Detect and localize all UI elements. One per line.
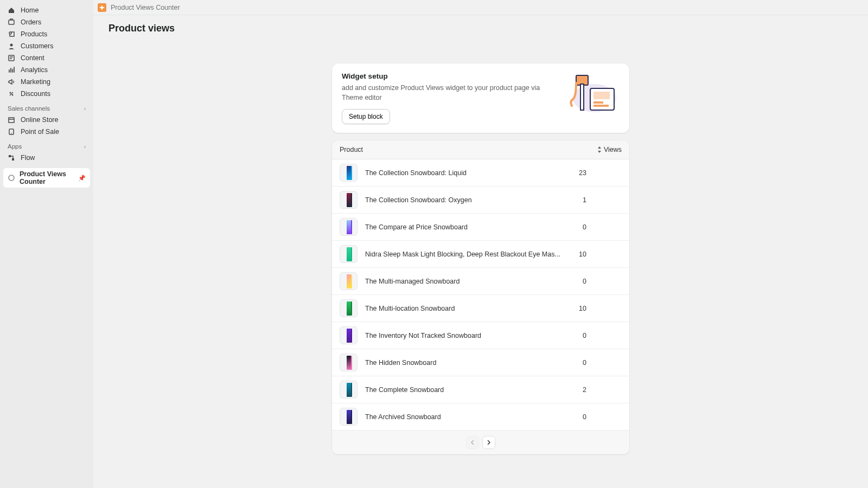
product-views-count: 0 [571, 359, 586, 367]
svg-rect-14 [593, 101, 603, 104]
sidebar-item-discounts[interactable]: Discounts [3, 88, 90, 100]
pin-icon[interactable]: 📌 [78, 175, 86, 182]
app-name: Product Views Counter [111, 4, 180, 11]
customers-icon [8, 42, 15, 50]
table-row[interactable]: The Collection Snowboard: Oxygen 1 [332, 187, 629, 214]
sidebar-item-orders[interactable]: Orders [3, 16, 90, 28]
svg-rect-15 [593, 105, 609, 107]
svg-rect-18 [580, 84, 584, 110]
svg-point-11 [9, 175, 14, 181]
product-views-count: 2 [571, 386, 586, 394]
sidebar-item-home[interactable]: Home [3, 4, 90, 16]
marketing-icon [8, 78, 15, 86]
flow-icon [8, 154, 15, 162]
pagination [332, 430, 629, 454]
widget-setup-card: Widget setup add and customize Product V… [332, 63, 629, 133]
apps-section[interactable]: Apps › [3, 138, 90, 152]
table-row[interactable]: The Inventory Not Tracked Snowboard 0 [332, 322, 629, 349]
app-icon [8, 174, 15, 182]
sidebar-item-label: Customers [21, 42, 53, 50]
prev-page-button [466, 436, 479, 449]
chevron-right-icon: › [84, 106, 86, 112]
chevron-right-icon [486, 440, 492, 445]
table-row[interactable]: The Multi-managed Snowboard 0 [332, 268, 629, 295]
svg-point-4 [10, 92, 11, 94]
svg-rect-16 [593, 92, 610, 99]
sort-icon [597, 146, 602, 153]
sidebar-item-flow[interactable]: Flow [3, 152, 90, 164]
product-name: The Hidden Snowboard [365, 359, 571, 367]
discounts-icon [8, 90, 15, 98]
table-row[interactable]: The Hidden Snowboard 0 [332, 349, 629, 376]
orders-icon [8, 18, 15, 26]
sidebar-item-point-of-sale[interactable]: Point of Sale [3, 126, 90, 138]
sales-channels-section[interactable]: Sales channels › [3, 100, 90, 114]
setup-block-button[interactable]: Setup block [342, 109, 390, 124]
svg-rect-6 [9, 119, 14, 123]
product-thumbnail [340, 245, 358, 263]
app-logo-icon [98, 3, 106, 12]
next-page-button[interactable] [482, 436, 495, 449]
sidebar-item-label: Home [21, 7, 39, 14]
sidebar-item-label: Point of Sale [21, 128, 59, 136]
product-thumbnail [340, 218, 358, 236]
product-thumbnail [340, 191, 358, 209]
svg-rect-3 [9, 55, 14, 61]
product-views-count: 0 [571, 223, 586, 231]
sidebar-item-label: Analytics [21, 66, 48, 74]
sidebar-item-content[interactable]: Content [3, 52, 90, 64]
svg-rect-9 [9, 155, 11, 157]
product-views-table: Product Views The Collection Snowboard: … [332, 140, 629, 454]
sidebar-item-label: Content [21, 54, 44, 62]
chevron-right-icon: › [84, 144, 86, 150]
sidebar-item-label: Discounts [21, 90, 50, 98]
product-views-count: 1 [571, 196, 586, 204]
product-name: The Compare at Price Snowboard [365, 223, 571, 231]
table-header-views[interactable]: Views [597, 146, 622, 153]
svg-rect-0 [9, 20, 14, 24]
product-name: The Multi-managed Snowboard [365, 278, 571, 285]
product-thumbnail [340, 381, 358, 399]
product-thumbnail [340, 408, 358, 426]
table-row[interactable]: The Compare at Price Snowboard 0 [332, 214, 629, 241]
sidebar-item-products[interactable]: Products [3, 28, 90, 40]
table-row[interactable]: The Archived Snowboard 0 [332, 403, 629, 430]
sidebar-item-label: Online Store [21, 116, 58, 124]
chevron-left-icon [470, 440, 475, 445]
product-thumbnail [340, 326, 358, 344]
product-thumbnail [340, 164, 358, 182]
table-row[interactable]: The Multi-location Snowboard 10 [332, 295, 629, 322]
sidebar-item-marketing[interactable]: Marketing [3, 76, 90, 88]
product-views-count: 0 [571, 278, 586, 285]
sidebar-item-label: Orders [21, 18, 41, 26]
sidebar-current-app[interactable]: Product Views Counter 📌 [3, 168, 90, 188]
main-content: Product Views Counter Product views Widg… [93, 0, 868, 488]
svg-point-5 [12, 94, 14, 96]
table-row[interactable]: The Collection Snowboard: Liquid 23 [332, 159, 629, 187]
product-views-count: 10 [571, 251, 586, 258]
page-title: Product views [108, 23, 853, 34]
home-icon [8, 7, 15, 14]
product-name: The Archived Snowboard [365, 413, 571, 421]
widget-setup-title: Widget setup [342, 72, 561, 80]
sidebar-item-online-store[interactable]: Online Store [3, 114, 90, 126]
sidebar-item-label: Products [21, 30, 47, 38]
pos-icon [8, 128, 15, 136]
product-name: The Complete Snowboard [365, 386, 571, 394]
table-row[interactable]: Nidra Sleep Mask Light Blocking, Deep Re… [332, 241, 629, 268]
topbar: Product Views Counter [93, 0, 868, 15]
products-icon [8, 30, 15, 38]
sidebar-item-analytics[interactable]: Analytics [3, 64, 90, 76]
store-icon [8, 116, 15, 124]
product-thumbnail [340, 272, 358, 290]
analytics-icon [8, 66, 15, 74]
product-thumbnail [340, 299, 358, 317]
table-header-product[interactable]: Product [340, 146, 597, 153]
setup-illustration [570, 72, 620, 118]
table-row[interactable]: The Complete Snowboard 2 [332, 376, 629, 403]
svg-point-2 [10, 44, 13, 47]
product-views-count: 23 [571, 169, 586, 177]
content-icon [8, 54, 15, 62]
sidebar-item-customers[interactable]: Customers [3, 40, 90, 52]
product-name: The Collection Snowboard: Oxygen [365, 196, 571, 204]
